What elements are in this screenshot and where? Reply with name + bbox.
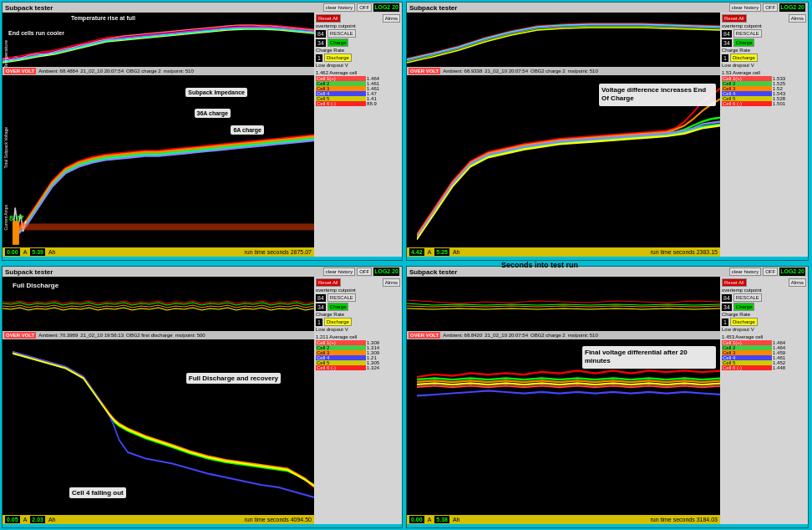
rescale-btn-q3[interactable]: RESCALE: [327, 293, 356, 302]
reset-btn-q1[interactable]: Reset All: [316, 14, 341, 23]
cell-table-q3: Cell 1(+)1.309 Cell 21.314 Cell 31.309 C…: [316, 340, 400, 370]
discharge-btn-q4[interactable]: Discharge: [730, 318, 758, 326]
runtime-q3: run time seconds 4094.50: [244, 517, 312, 522]
voltage-axis-q1: Total Subpack Voltage: [3, 127, 8, 168]
rescale-btn-q1[interactable]: RESCALE: [327, 29, 356, 38]
quad4-title: Subpack tester clear history OFF LOG2 20: [407, 267, 808, 277]
annotation-36a: 36A charge: [195, 109, 231, 118]
discharge-btn-q2[interactable]: Discharge: [730, 54, 758, 62]
info-bar-q3: OVER VOLT Ambient: 70.3989 21_02_10 19:5…: [3, 331, 314, 339]
seconds-label: Seconds into test run: [501, 261, 578, 269]
quadrant-2: Subpack tester clear history OFF LOG2 20: [406, 2, 809, 261]
log-display-q4: LOG2 20: [779, 268, 805, 276]
discharge-btn-q1[interactable]: Discharge: [324, 54, 352, 62]
runtime-q1: run time seconds 2875.07: [244, 249, 312, 255]
off-btn-q4[interactable]: OFF: [763, 268, 778, 276]
date-q1: 21_02_10 20:07:54: [80, 69, 124, 74]
obg-q1: OBG2 charge 2: [126, 69, 161, 74]
bottom-bar-q2: 4.42 A 5.25 Ah run time seconds 2383.15: [407, 247, 720, 257]
ambient-q1: Ambient: 68.4884: [38, 69, 78, 74]
current-val-q2: 4.42: [409, 248, 424, 256]
ah-val-q2: 5.25: [434, 248, 449, 256]
low-dropout-label-q1: Low dropout V: [316, 63, 400, 68]
current-axis-q1: Current Amps: [3, 205, 8, 231]
temp-chart-q4: [407, 277, 720, 331]
annotation-discharge-recovery: Full Discharge and recovery: [186, 373, 281, 384]
annotation-end-cells: End cells run cooler: [7, 29, 66, 37]
low-dropout-q1: 1: [316, 54, 322, 62]
log-display-q2: LOG2 20: [779, 3, 805, 12]
ms-q2: ms/point: 510: [568, 69, 598, 74]
avg-label-q1: 1.462 Average cell: [316, 70, 357, 75]
bottom-bar-q4: 0.00 A 5.38 Ah run time seconds 3184.03: [407, 515, 720, 524]
date-q2: 21_02_10 20:07:54: [485, 69, 528, 74]
sidebar-q1: Reset All Alrms overtemp cutpoint 84 RES…: [314, 13, 402, 257]
annotation-subpack: Subpack Impedance: [185, 88, 247, 97]
reset-btn-q3[interactable]: Reset All: [316, 278, 341, 287]
overvolt-q1: OVER VOLT: [4, 68, 36, 74]
overtemp-label-q1: overtemp cutpoint: [316, 23, 400, 28]
unit-ah-q1: Ah: [48, 249, 56, 255]
svg-rect-1: [19, 223, 314, 230]
charge-btn-q3[interactable]: Charge: [327, 303, 349, 311]
alarms-btn-q3[interactable]: Alrms: [383, 278, 400, 287]
discharge-btn-q3[interactable]: Discharge: [324, 318, 352, 326]
alarms-btn-q4[interactable]: Alrms: [789, 278, 806, 287]
quadrant-1: Subpack tester clear history OFF LOG2 20…: [2, 2, 403, 261]
ah-val-q1: 5.39: [30, 248, 45, 256]
log-display-q1: LOG2 20: [373, 3, 399, 12]
clear-history-btn[interactable]: clear history: [323, 3, 355, 12]
annotation-final-voltage: Final voltage differential after 20 minu…: [582, 346, 716, 369]
cell-table-q4: Cell 1(+)1.464 Cell 21.464 Cell 31.459 C…: [722, 340, 806, 370]
charge-rate-val-q1: 34: [316, 39, 326, 47]
rescale-btn-q2[interactable]: RESCALE: [733, 29, 762, 38]
annotation-6a: 6A charge: [231, 125, 264, 135]
ms-q1: ms/point: 510: [164, 69, 194, 74]
charge-btn-q2[interactable]: Charge: [733, 38, 755, 47]
annotation-temp-rise: Temperature rise at full: [69, 14, 137, 22]
charge-btn-q4[interactable]: Charge: [733, 303, 755, 311]
clear-history-btn-q4[interactable]: clear history: [729, 268, 761, 276]
charge-rate-label-q1: Charge Rate: [316, 48, 400, 53]
unit-a-q1: A: [23, 249, 28, 255]
quad1-title: Subpack tester clear history OFF LOG2 20: [3, 3, 402, 13]
annotation-cell4-falling: Cell 4 falling out: [69, 487, 126, 498]
info-bar-q2: OVER VOLT Ambient: 68.9338 21_02_10 20:0…: [407, 67, 720, 75]
quad3-title: Subpack tester clear history OFF LOG2 20: [3, 267, 402, 277]
cell-table-q1: Cell 1(+)1.464 Cell 21.461 Cell 31.461 C…: [316, 76, 400, 106]
clear-history-btn-q2[interactable]: clear history: [729, 3, 761, 12]
sidebar-q3: Reset All Alrms overtemp cutpoint 84 RES…: [314, 277, 402, 524]
clear-history-btn-q3[interactable]: clear history: [323, 268, 355, 276]
temp-axis-label-q1: Temperature: [3, 40, 8, 68]
temp-chart-q1: Temperature Temperature rise at full End…: [3, 13, 314, 67]
ambient-q2: Ambient: 68.9338: [443, 69, 482, 74]
runtime-q2: run time seconds 2383.15: [650, 249, 718, 255]
bottom-bar-q3: 0.05 A 2.03 Ah run time seconds 4094.50: [3, 515, 314, 524]
overtemp-val-q1: 84: [316, 30, 326, 38]
reset-btn-q2[interactable]: Reset All: [722, 14, 747, 23]
reset-btn-q4[interactable]: Reset All: [722, 278, 747, 287]
info-bar-q4: OVER VOLT Ambient: 68.8420 21_02_10 20:0…: [407, 331, 720, 339]
bottom-bar-q1: 0.00 A 5.39 Ah run time seconds 2875.07: [3, 247, 314, 257]
quad2-title: Subpack tester clear history OFF LOG2 20: [407, 3, 808, 13]
overvolt-q2: OVER VOLT: [409, 68, 440, 74]
off-btn-q1[interactable]: OFF: [357, 3, 372, 12]
alarms-btn-q1[interactable]: Alrms: [383, 14, 400, 23]
current-val-q1: 0.00: [5, 248, 20, 256]
sidebar-q2: Reset All Alrms overtemp cutpoint 84 RES…: [720, 13, 808, 257]
log-display-q3: LOG2 20: [373, 268, 399, 276]
off-btn-q2[interactable]: OFF: [763, 3, 778, 12]
quadrant-4: Subpack tester clear history OFF LOG2 20: [406, 266, 809, 528]
cell-table-q2: Cell 1(+)1.533 Cell 21.525 Cell 31.52 Ce…: [722, 76, 806, 106]
charge-btn-q1[interactable]: Charge: [327, 38, 349, 47]
temp-chart-q2: [407, 13, 720, 67]
avg-voltage-q1: 8.77: [9, 214, 24, 222]
off-btn-q3[interactable]: OFF: [357, 268, 372, 276]
runtime-q4: run time seconds 3184.03: [650, 517, 718, 522]
alarms-btn-q2[interactable]: Alrms: [789, 14, 806, 23]
svg-rect-0: [13, 221, 19, 245]
info-bar-q1: OVER VOLT Ambient: 68.4884 21_02_10 20:0…: [3, 67, 314, 75]
quadrant-3: Subpack tester clear history OFF LOG2 20: [2, 266, 403, 528]
annotation-full-discharge: Full Discharge: [11, 281, 60, 290]
rescale-btn-q4[interactable]: RESCALE: [733, 293, 762, 302]
